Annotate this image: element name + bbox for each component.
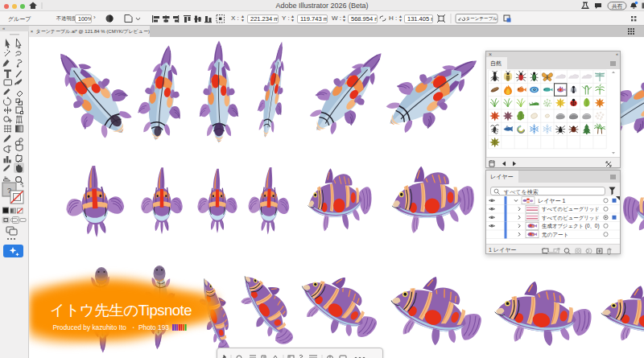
svg-text:すべてのビューグリッド: すべてのビューグリッド bbox=[542, 206, 600, 212]
svg-text:生成オブジェクト (0、0): 生成オブジェクト (0、0) bbox=[542, 223, 600, 229]
svg-text:ターンテーブル: ターンテーブル bbox=[466, 16, 498, 21]
svg-text:元のアート: 元のアート bbox=[542, 232, 568, 237]
svg-text:レイヤー 1: レイヤー 1 bbox=[538, 198, 565, 204]
svg-text:共有: 共有 bbox=[612, 3, 623, 10]
svg-text:すべてのビューグリッド: すべてのビューグリッド bbox=[542, 215, 600, 221]
